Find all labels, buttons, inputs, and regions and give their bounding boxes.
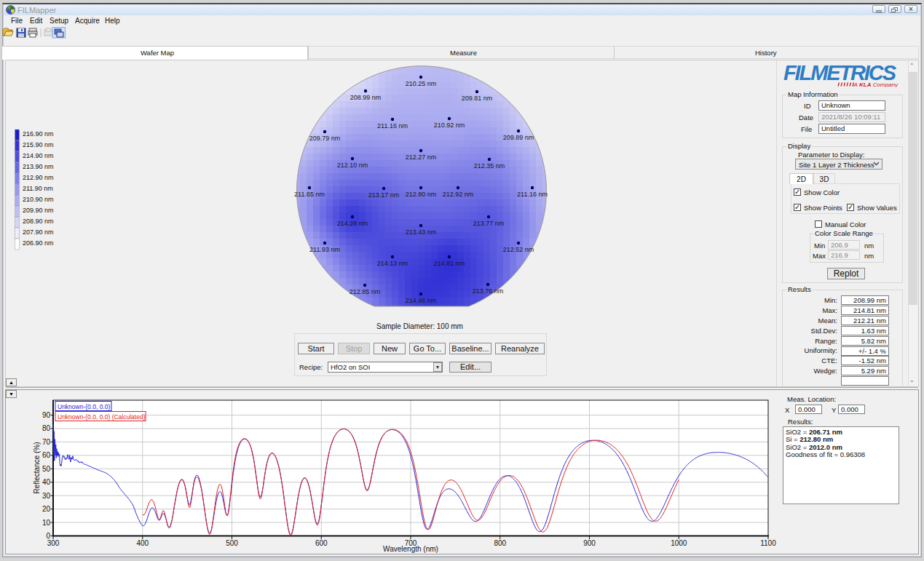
svg-text:10: 10	[42, 519, 51, 527]
svg-text:Reflectance (%): Reflectance (%)	[33, 442, 41, 493]
svg-text:209.89 nm: 209.89 nm	[503, 134, 534, 141]
svg-text:Unknown-(0.0, 0.0) (Calculated: Unknown-(0.0, 0.0) (Calculated)	[58, 413, 146, 421]
svg-text:A KLA Company: A KLA Company	[853, 81, 899, 87]
svg-text:214.81 nm: 214.81 nm	[434, 260, 465, 267]
svg-text:1000: 1000	[671, 539, 687, 547]
svg-text:211.16 nm: 211.16 nm	[377, 122, 408, 130]
svg-text:209.79 nm: 209.79 nm	[309, 135, 341, 142]
svg-text:90: 90	[42, 411, 51, 419]
svg-text:Unknown-(0.0, 0.0): Unknown-(0.0, 0.0)	[58, 403, 110, 410]
svg-text:211.93 nm: 211.93 nm	[309, 246, 340, 253]
svg-text:213.77 nm: 213.77 nm	[473, 220, 505, 227]
svg-text:212.27 nm: 212.27 nm	[406, 154, 437, 161]
svg-text:80: 80	[42, 424, 51, 432]
svg-text:209.81 nm: 209.81 nm	[462, 95, 493, 102]
svg-text:212.10 nm: 212.10 nm	[337, 162, 368, 169]
svg-text:213.76 nm: 213.76 nm	[473, 287, 504, 295]
svg-text:50: 50	[42, 465, 51, 473]
svg-text:214.28 nm: 214.28 nm	[337, 220, 368, 227]
svg-text:214.13 nm: 214.13 nm	[377, 260, 408, 267]
svg-text:213.43 nm: 213.43 nm	[406, 228, 437, 236]
svg-text:1100: 1100	[760, 539, 776, 547]
svg-text:212.35 nm: 212.35 nm	[474, 162, 505, 170]
svg-text:214.46 nm: 214.46 nm	[406, 297, 437, 304]
svg-text:600: 600	[315, 539, 328, 547]
svg-text:800: 800	[494, 539, 506, 547]
svg-text:213.17 nm: 213.17 nm	[368, 191, 400, 199]
svg-text:211.16 nm: 211.16 nm	[517, 191, 548, 198]
svg-text:400: 400	[136, 539, 149, 547]
svg-text:30: 30	[42, 492, 51, 500]
svg-text:300: 300	[47, 539, 60, 547]
svg-text:211.65 nm: 211.65 nm	[294, 191, 325, 198]
svg-text:Wavelength (nm): Wavelength (nm)	[383, 545, 438, 553]
svg-text:500: 500	[226, 539, 238, 547]
svg-text:212.85 nm: 212.85 nm	[350, 288, 381, 295]
svg-text:212.80 nm: 212.80 nm	[406, 191, 437, 198]
svg-text:208.99 nm: 208.99 nm	[350, 94, 382, 101]
svg-text:40: 40	[42, 478, 51, 486]
svg-text:212.52 nm: 212.52 nm	[503, 246, 534, 253]
svg-text:210.25 nm: 210.25 nm	[406, 80, 437, 87]
svg-text:60: 60	[42, 451, 51, 459]
svg-text:900: 900	[583, 539, 596, 547]
svg-text:210.92 nm: 210.92 nm	[434, 122, 465, 129]
svg-text:212.92 nm: 212.92 nm	[443, 191, 474, 198]
svg-text:20: 20	[42, 505, 51, 513]
svg-text:70: 70	[42, 438, 51, 446]
